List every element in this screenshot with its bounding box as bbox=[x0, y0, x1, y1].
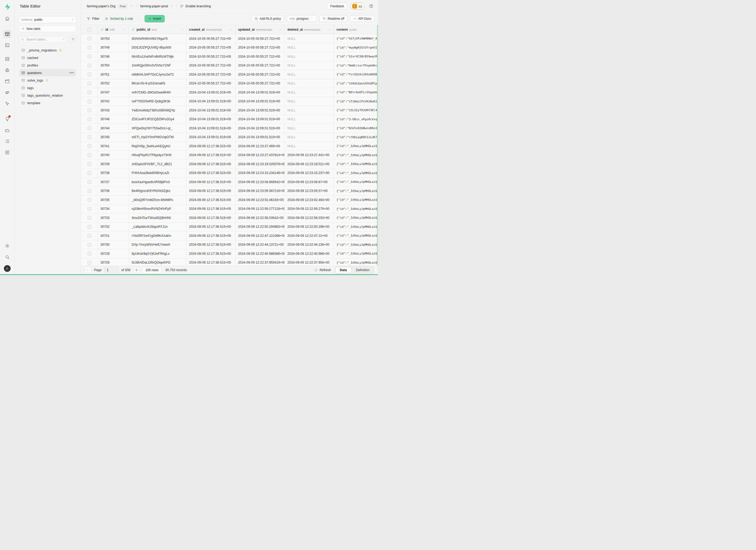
cell-deleted-at[interactable]: NULL bbox=[285, 43, 334, 52]
sidebar-table-item-template[interactable]: template bbox=[19, 99, 76, 106]
row-checkbox[interactable] bbox=[87, 162, 91, 166]
cell-created-at[interactable]: 2024-10-05 00:55:27.722+00 bbox=[186, 34, 235, 43]
org-name[interactable]: farming-paper's Org bbox=[87, 4, 116, 8]
row-checkbox[interactable] bbox=[87, 46, 91, 50]
sidebar-table-item-solve_logs[interactable]: solve_logs bbox=[19, 77, 76, 84]
cell-updated-at[interactable]: 2024-10-05 00:55:27.722+00 bbox=[235, 43, 285, 52]
cell-deleted-at[interactable]: 2024-09-09 12:22:40.988+00 bbox=[285, 249, 334, 258]
cell-deleted-at[interactable]: NULL bbox=[285, 70, 334, 79]
cell-created-at[interactable]: 2024-10-04 13:09:01.519+00 bbox=[186, 133, 235, 142]
sort-tables-button[interactable] bbox=[70, 36, 77, 43]
row-checkbox[interactable] bbox=[87, 99, 91, 103]
home-icon[interactable] bbox=[3, 15, 11, 23]
api-docs-button[interactable]: API Docs bbox=[350, 15, 374, 22]
cell-created-at[interactable]: 2024-10-04 13:09:01.519+00 bbox=[186, 124, 235, 133]
cell-created-at[interactable]: 2024-09-09 12:17:36.515+00 bbox=[186, 249, 235, 258]
column-menu-icon[interactable] bbox=[230, 28, 233, 31]
cell-updated-at[interactable]: 2024-10-04 13:09:01.519+00 bbox=[235, 133, 285, 142]
database-icon[interactable] bbox=[3, 55, 11, 63]
cell-deleted-at[interactable]: 2024-09-09 12:23:08.67+00 bbox=[285, 178, 334, 186]
cell-id[interactable]: 30751 bbox=[98, 70, 129, 79]
cell-created-at[interactable]: 2024-09-09 12:17:36.515+00 bbox=[186, 231, 235, 240]
cell-content[interactable]: {"id":"15LSIyT0JGMf3Kl4Vn bbox=[334, 106, 378, 115]
cell-id[interactable]: 30728 bbox=[98, 258, 129, 266]
column-menu-icon[interactable] bbox=[328, 28, 331, 31]
cell-id[interactable]: 30729 bbox=[98, 249, 129, 258]
cell-deleted-at[interactable]: 2024-09-09 12:23:15.237+00 bbox=[285, 169, 334, 178]
cell-created-at[interactable]: 2024-10-04 13:09:01.519+00 bbox=[186, 106, 235, 115]
row-checkbox[interactable] bbox=[87, 82, 91, 85]
chevrons-up-down-icon[interactable] bbox=[170, 5, 173, 8]
row-checkbox[interactable] bbox=[87, 171, 91, 175]
enable-branching-button[interactable]: Enable branching bbox=[180, 4, 211, 8]
cell-updated-at[interactable]: 2024-10-05 00:55:27.722+00 bbox=[235, 52, 285, 61]
cell-content[interactable]: {"id":"_Id9aLyJpMHQLaiQC bbox=[334, 142, 378, 151]
cell-created-at[interactable]: 2024-10-05 00:55:27.722+00 bbox=[186, 61, 235, 70]
table-menu-icon[interactable]: ••• bbox=[69, 71, 74, 74]
cell-deleted-at[interactable]: NULL bbox=[285, 124, 334, 133]
rows-per-page-select[interactable]: 100 rows bbox=[142, 267, 162, 273]
cell-public-id[interactable]: bzwXazHgax6UIR58j6Fn3 bbox=[129, 178, 186, 186]
new-table-button[interactable]: New table bbox=[19, 25, 77, 32]
logs-icon[interactable] bbox=[3, 137, 11, 145]
cell-id[interactable]: 30742 bbox=[98, 97, 129, 106]
cell-updated-at[interactable]: 2024-09-09 12:23:27.437814+00 bbox=[235, 151, 285, 160]
column-header-id[interactable]: idint8 bbox=[98, 25, 129, 34]
row-checkbox[interactable] bbox=[87, 243, 91, 247]
row-checkbox[interactable] bbox=[87, 189, 91, 193]
cell-created-at[interactable]: 2024-09-09 12:17:36.515+00 bbox=[186, 240, 235, 249]
cell-public-id[interactable]: rYbORF2e4YgDt9fKAXaKn bbox=[129, 231, 186, 240]
cell-content[interactable]: {"id":"sTsWaLCPsVA2WuK2 bbox=[334, 97, 378, 106]
cell-public-id[interactable]: 3muDHTceTWso9IZj8hHNI bbox=[129, 213, 186, 222]
prev-page-button[interactable] bbox=[85, 267, 91, 273]
tab-definition[interactable]: Definition bbox=[352, 267, 374, 273]
cell-public-id[interactable]: 1hnRQjxSRm2V0VticY2NF bbox=[129, 61, 186, 70]
table-editor-icon[interactable] bbox=[3, 30, 11, 38]
cell-deleted-at[interactable]: 2024-09-09 12:22:37.958+00 bbox=[285, 258, 334, 266]
row-checkbox[interactable] bbox=[87, 180, 91, 184]
cell-created-at[interactable]: 2024-09-09 12:17:36.515+00 bbox=[186, 169, 235, 178]
cell-content[interactable]: {"id":"_Id9aLyJpMHQLaiQC bbox=[334, 249, 378, 258]
cell-updated-at[interactable]: 2024-09-09 12:22:40.986386+00 bbox=[235, 249, 285, 258]
cell-public-id[interactable]: RiqOV6p_5wihLeIAEQyhU bbox=[129, 142, 186, 151]
row-checkbox[interactable] bbox=[87, 72, 91, 76]
cell-public-id[interactable]: nxFT002ISeRE-Qobg3K3k bbox=[129, 97, 186, 106]
cell-public-id[interactable]: NhXEo1Xw04FnB4RzWTNjb bbox=[129, 52, 186, 61]
cell-deleted-at[interactable]: NULL bbox=[285, 97, 334, 106]
filter-button[interactable]: Filter bbox=[87, 17, 99, 21]
cell-content[interactable]: {"id":"_Id9aLyJpMHQLaiQC bbox=[334, 205, 378, 213]
row-checkbox[interactable] bbox=[87, 126, 91, 130]
cell-created-at[interactable]: 2024-09-09 12:17:36.515+00 bbox=[186, 151, 235, 160]
cell-public-id[interactable]: ZDCunRYJP2CQ5Z8Po2Gy4 bbox=[129, 115, 186, 124]
cell-updated-at[interactable]: 2024-10-05 00:55:27.722+00 bbox=[235, 79, 285, 88]
cell-deleted-at[interactable]: NULL bbox=[285, 133, 334, 142]
row-checkbox[interactable] bbox=[87, 207, 91, 211]
cell-deleted-at[interactable]: NULL bbox=[285, 79, 334, 88]
row-checkbox[interactable] bbox=[87, 37, 91, 41]
cell-deleted-at[interactable]: 2024-09-09 12:22:56.033+00 bbox=[285, 213, 334, 222]
cell-id[interactable]: 30746 bbox=[98, 115, 129, 124]
cell-created-at[interactable]: 2024-09-09 12:17:36.515+00 bbox=[186, 187, 235, 196]
cell-created-at[interactable]: 2024-09-09 12:17:36.515+00 bbox=[186, 213, 235, 222]
cell-public-id[interactable]: nbMhHL3AP7OcCJymc2wT2 bbox=[129, 70, 186, 79]
row-checkbox[interactable] bbox=[87, 108, 91, 112]
sidebar-table-item-profiles[interactable]: profiles bbox=[19, 62, 76, 69]
cell-id[interactable]: 30731 bbox=[98, 231, 129, 240]
row-checkbox[interactable] bbox=[87, 90, 91, 94]
column-header-updated_at[interactable]: updated_attimestamptz bbox=[235, 25, 285, 34]
cell-id[interactable]: 30736 bbox=[98, 187, 129, 196]
cell-content[interactable]: {"id":"1VASb3phnXXkQPCpw bbox=[334, 79, 378, 88]
cell-content[interactable]: {"id":"_Id9aLyJpMHQLaiQC bbox=[334, 223, 378, 231]
cell-updated-at[interactable]: 2024-10-04 13:09:01.519+00 bbox=[235, 88, 285, 97]
cell-created-at[interactable]: 2024-10-05 00:55:27.722+00 bbox=[186, 43, 235, 52]
row-checkbox[interactable] bbox=[87, 261, 91, 265]
settings-icon[interactable] bbox=[3, 242, 11, 250]
row-checkbox[interactable] bbox=[87, 135, 91, 139]
cell-content[interactable]: {"id":"_Id9aLyJpMHQLaiQC bbox=[334, 178, 378, 186]
vertical-scrollbar[interactable] bbox=[377, 25, 378, 266]
project-name[interactable]: farming-paper-prod bbox=[140, 4, 168, 8]
cell-content[interactable]: {"id":"_Id9aLyJpMHQLaiQC bbox=[334, 187, 378, 196]
schema-select[interactable]: schema: public bbox=[19, 16, 77, 23]
help-icon[interactable] bbox=[368, 3, 374, 10]
cell-content[interactable]: {"id":"_Id9aLyJpMHQLaiQC bbox=[334, 196, 378, 204]
